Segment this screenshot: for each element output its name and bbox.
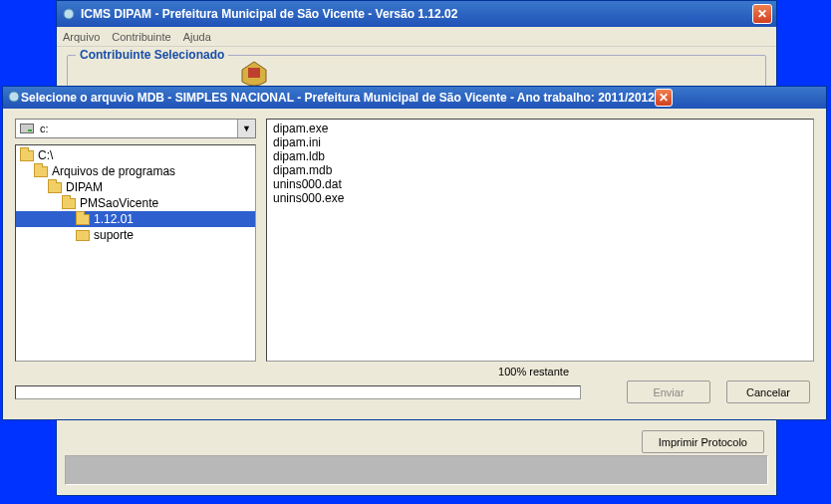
dialog-title-text: Selecione o arquvio MDB - SIMPLES NACION… <box>21 91 655 105</box>
folder-icon <box>20 150 34 161</box>
dir-item[interactable]: C:\ <box>16 147 255 163</box>
cancelar-button[interactable]: Cancelar <box>726 380 810 403</box>
folder-icon <box>48 182 62 193</box>
enviar-label: Enviar <box>653 386 684 398</box>
drive-combo[interactable]: c: ▼ <box>15 119 256 138</box>
file-dialog: Selecione o arquvio MDB - SIMPLES NACION… <box>2 86 827 420</box>
directory-list[interactable]: C:\Arquivos de programasDIPAMPMSaoVicent… <box>15 144 256 362</box>
file-item[interactable]: unins000.dat <box>273 177 807 191</box>
dialog-titlebar: Selecione o arquvio MDB - SIMPLES NACION… <box>3 87 826 109</box>
dir-item[interactable]: 1.12.01 <box>16 211 255 227</box>
dir-item[interactable]: suporte <box>16 227 255 243</box>
menu-arquivo[interactable]: Arquivo <box>63 31 100 43</box>
bottom-bar <box>65 455 768 485</box>
main-menubar: Arquivo Contribuinte Ajuda <box>57 27 776 47</box>
dir-label: suporte <box>94 228 134 242</box>
file-item[interactable]: unins000.exe <box>273 191 807 205</box>
dir-item[interactable]: Arquivos de programas <box>16 163 255 179</box>
dir-label: PMSaoVicente <box>80 196 158 210</box>
dir-label: DIPAM <box>66 180 103 194</box>
dialog-icon <box>7 90 21 107</box>
svg-point-0 <box>64 9 74 19</box>
fieldset-legend: Contribuinte Selecionado <box>76 48 228 62</box>
progress-bar <box>15 385 581 399</box>
folder-icon <box>76 230 90 241</box>
dir-item[interactable]: PMSaoVicente <box>16 195 255 211</box>
folder-icon <box>76 214 90 225</box>
file-item[interactable]: dipam.ldb <box>273 149 807 163</box>
enviar-button[interactable]: Enviar <box>627 380 710 403</box>
main-titlebar: ICMS DIPAM - Prefeitura Municipal de São… <box>57 1 776 27</box>
dir-label: Arquivos de programas <box>52 164 175 178</box>
chevron-down-icon: ▼ <box>237 120 255 137</box>
dialog-body: c: ▼ C:\Arquivos de programasDIPAMPMSaoV… <box>3 109 826 419</box>
drive-label: c: <box>40 123 49 134</box>
drive-icon <box>20 124 34 133</box>
dialog-close-button[interactable]: ✕ <box>655 89 673 107</box>
svg-point-2 <box>9 92 19 102</box>
file-item[interactable]: dipam.ini <box>273 135 807 149</box>
app-icon <box>61 6 77 22</box>
svg-rect-1 <box>248 68 260 78</box>
folder-icon <box>34 166 48 177</box>
status-strip <box>65 455 768 485</box>
print-button-label: Imprimir Protocolo <box>659 436 747 448</box>
file-item[interactable]: dipam.mdb <box>273 163 807 177</box>
print-protocolo-button[interactable]: Imprimir Protocolo <box>642 430 764 453</box>
file-item[interactable]: dipam.exe <box>273 122 807 135</box>
folder-icon <box>62 198 76 209</box>
dir-label: C:\ <box>38 148 53 162</box>
cancelar-label: Cancelar <box>746 386 790 398</box>
dir-item[interactable]: DIPAM <box>16 179 255 195</box>
menu-ajuda[interactable]: Ajuda <box>183 31 211 43</box>
main-title-text: ICMS DIPAM - Prefeitura Municipal de São… <box>81 7 457 21</box>
dir-label: 1.12.01 <box>94 212 134 226</box>
file-list[interactable]: dipam.exedipam.inidipam.ldbdipam.mdbunin… <box>266 119 814 362</box>
progress-label: 100% restante <box>498 366 569 378</box>
menu-contribuinte[interactable]: Contribuinte <box>112 31 170 43</box>
main-close-button[interactable]: ✕ <box>752 4 772 24</box>
